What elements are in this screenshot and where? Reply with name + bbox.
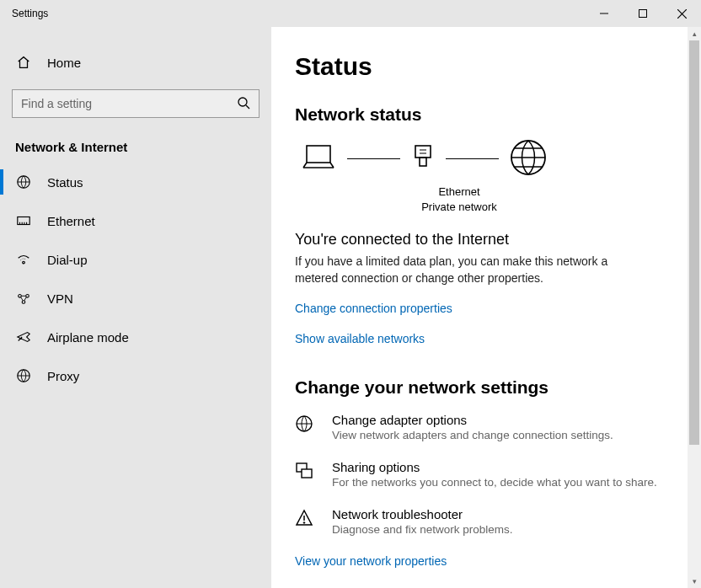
- search-box[interactable]: [12, 89, 260, 118]
- sidebar-home[interactable]: Home: [0, 45, 271, 79]
- option-sharing[interactable]: Sharing options For the networks you con…: [295, 460, 662, 489]
- window-titlebar: Settings: [0, 0, 701, 27]
- svg-point-21: [303, 522, 305, 524]
- svg-rect-13: [307, 146, 330, 163]
- sidebar-item-label: Airplane mode: [47, 330, 129, 345]
- diagram-network-type: Private network: [371, 200, 548, 215]
- sidebar-item-label: Ethernet: [47, 214, 95, 228]
- globe-icon: [509, 138, 548, 179]
- network-diagram: [300, 138, 548, 179]
- minimize-button[interactable]: [585, 0, 623, 27]
- option-change-adapter[interactable]: Change adapter options View network adap…: [295, 413, 662, 441]
- option-title: Sharing options: [332, 460, 657, 474]
- svg-rect-15: [420, 158, 426, 166]
- sidebar-item-proxy[interactable]: Proxy: [0, 356, 271, 395]
- scroll-thumb[interactable]: [689, 40, 699, 445]
- svg-rect-7: [18, 217, 29, 225]
- option-desc: For the networks you connect to, decide …: [332, 476, 657, 489]
- sidebar-item-label: Dial-up: [47, 253, 88, 267]
- scroll-down-icon[interactable]: ▾: [688, 575, 701, 588]
- diagram-connector: [347, 158, 400, 159]
- scroll-up-icon[interactable]: ▴: [688, 27, 701, 40]
- home-icon: [15, 55, 32, 70]
- search-icon: [237, 96, 250, 112]
- svg-point-8: [23, 261, 25, 264]
- option-troubleshooter[interactable]: Network troubleshooter Diagnose and fix …: [295, 507, 662, 536]
- dialup-icon: [15, 252, 32, 267]
- sidebar-item-label: VPN: [47, 291, 73, 306]
- sidebar-item-label: Proxy: [47, 369, 79, 383]
- sidebar-item-airplane[interactable]: Airplane mode: [0, 318, 271, 356]
- network-status-header: Network status: [295, 104, 662, 125]
- svg-point-11: [22, 301, 25, 304]
- link-change-connection-properties[interactable]: Change connection properties: [295, 302, 452, 315]
- option-title: Change adapter options: [332, 413, 613, 427]
- close-button[interactable]: [662, 0, 701, 27]
- sidebar-item-label: Status: [47, 175, 83, 190]
- link-view-network-properties[interactable]: View your network properties: [295, 554, 447, 568]
- svg-line-5: [246, 105, 249, 109]
- connected-title: You're connected to the Internet: [295, 231, 662, 249]
- diagram-connection-name: Ethernet: [371, 184, 548, 200]
- page-title: Status: [295, 52, 662, 81]
- option-desc: Diagnose and fix network problems.: [332, 523, 513, 536]
- sidebar-item-status[interactable]: Status: [0, 163, 271, 201]
- sidebar-section-header: Network & Internet: [0, 118, 271, 163]
- change-settings-header: Change your network settings: [295, 377, 662, 398]
- router-icon: [410, 142, 436, 175]
- sidebar-item-ethernet[interactable]: Ethernet: [0, 201, 271, 240]
- diagram-connector: [446, 158, 499, 159]
- laptop-icon: [300, 142, 337, 175]
- svg-point-4: [238, 98, 247, 106]
- option-desc: View network adapters and change connect…: [332, 429, 613, 441]
- content-area: Status Network status: [271, 27, 688, 588]
- link-show-available-networks[interactable]: Show available networks: [295, 332, 425, 345]
- sidebar-home-label: Home: [47, 56, 81, 70]
- sidebar-item-vpn[interactable]: VPN: [0, 279, 271, 318]
- status-icon: [15, 174, 32, 190]
- airplane-icon: [15, 329, 32, 345]
- proxy-icon: [15, 368, 32, 383]
- option-title: Network troubleshooter: [332, 507, 513, 521]
- ethernet-icon: [15, 213, 32, 228]
- svg-rect-19: [302, 469, 312, 478]
- search-input[interactable]: [21, 97, 237, 110]
- sharing-icon: [295, 460, 315, 489]
- adapter-icon: [295, 413, 315, 441]
- vertical-scrollbar[interactable]: ▴ ▾: [688, 27, 701, 588]
- sidebar-item-dialup[interactable]: Dial-up: [0, 240, 271, 279]
- vpn-icon: [15, 291, 32, 306]
- svg-rect-1: [639, 10, 647, 18]
- connected-desc: If you have a limited data plan, you can…: [295, 254, 632, 286]
- maximize-button[interactable]: [623, 0, 662, 27]
- warning-icon: [295, 507, 315, 536]
- svg-rect-14: [415, 146, 431, 158]
- sidebar: Home Network & Internet Status: [0, 27, 271, 588]
- window-title: Settings: [12, 8, 48, 19]
